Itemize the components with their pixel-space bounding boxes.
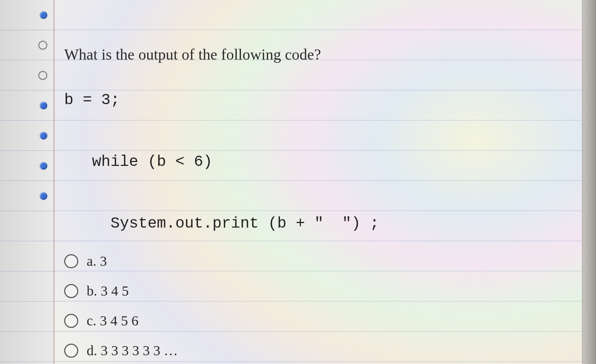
- option-b[interactable]: b. 3 4 5: [64, 283, 568, 299]
- margin-row: [0, 241, 54, 271]
- filled-dot-icon: [40, 162, 47, 170]
- question-prompt: What is the output of the following code…: [64, 46, 568, 63]
- margin-row: [0, 181, 54, 211]
- option-c[interactable]: c. 3 4 5 6: [64, 312, 568, 329]
- option-a[interactable]: a. 3: [64, 253, 568, 269]
- code-block: b = 3; while (b < 6) System.out.print (b…: [64, 85, 568, 239]
- question-content: What is the output of the following code…: [54, 0, 582, 364]
- notebook-margin: [0, 0, 54, 364]
- margin-row: [0, 151, 54, 181]
- margin-row: [0, 271, 54, 302]
- radio-icon[interactable]: [64, 284, 78, 298]
- code-line: while (b < 6): [64, 153, 212, 170]
- option-label: d. 3 3 3 3 3 3 …: [87, 342, 178, 359]
- margin-row: [0, 60, 54, 90]
- filled-dot-icon: [40, 192, 47, 200]
- margin-row: [0, 332, 54, 362]
- code-line: b = 3;: [64, 91, 120, 109]
- margin-row: [0, 90, 54, 121]
- answer-options: a. 3 b. 3 4 5 c. 3 4 5 6 d. 3 3 3 3 3 3 …: [64, 253, 568, 359]
- radio-icon[interactable]: [64, 344, 78, 358]
- radio-icon[interactable]: [64, 254, 78, 268]
- margin-row: [0, 302, 54, 332]
- filled-dot-icon: [40, 102, 47, 109]
- code-line: System.out.print (b + " ") ;: [64, 215, 379, 232]
- open-circle-icon: [38, 71, 47, 80]
- open-circle-icon: [38, 41, 47, 50]
- filled-dot-icon: [40, 11, 47, 19]
- margin-row: [0, 0, 54, 30]
- option-d[interactable]: d. 3 3 3 3 3 3 …: [64, 342, 568, 359]
- margin-row: [0, 211, 54, 241]
- page-container: What is the output of the following code…: [0, 0, 596, 364]
- option-label: b. 3 4 5: [87, 283, 129, 299]
- margin-row: [0, 121, 54, 151]
- option-label: c. 3 4 5 6: [87, 312, 139, 329]
- radio-icon[interactable]: [64, 314, 78, 328]
- filled-dot-icon: [40, 132, 47, 140]
- page-right-edge: [582, 0, 596, 364]
- option-label: a. 3: [87, 253, 107, 269]
- margin-row: [0, 30, 54, 60]
